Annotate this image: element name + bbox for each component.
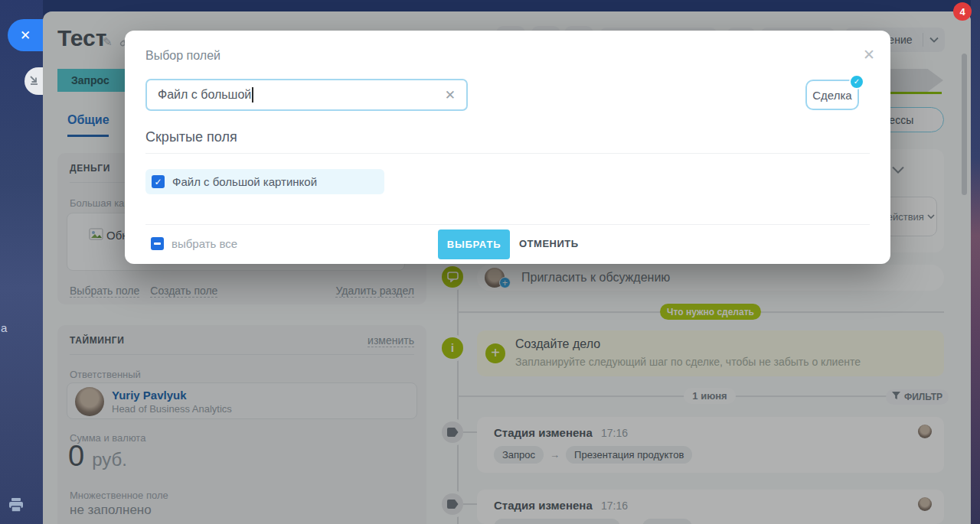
screen: a ⚙ Положение Тест ✎ Запрос Бизнес-проце… [0,0,980,524]
checkbox-checked[interactable]: ✓ [152,175,165,188]
close-icon: ✕ [20,28,31,44]
divider [145,153,870,154]
field-option-label: Файл с большой картинкой [172,175,317,188]
close-icon[interactable]: ✕ [863,46,875,63]
field-search-input[interactable]: Файл с большой ✕ [145,79,468,111]
check-icon: ✓ [849,74,864,90]
desktop-top-strip [0,0,980,11]
hidden-fields-title: Скрытые поля [145,129,237,145]
close-slider-button[interactable]: ✕ [8,19,43,51]
divider [145,224,870,225]
printer-icon[interactable] [8,497,24,516]
modal-title: Выбор полей [145,49,220,63]
text-caret [252,87,253,103]
search-value: Файл с большой [158,88,251,102]
entity-chip-deal[interactable]: Сделка ✓ [805,80,859,110]
desktop-stray-text: a [1,321,7,334]
cancel-button[interactable]: ОТМЕНИТЬ [519,238,579,249]
notification-badge[interactable]: 4 [953,2,972,21]
field-option-row[interactable]: ✓ Файл с большой картинкой [145,169,384,194]
select-all-label: выбрать все [172,237,237,250]
clear-icon[interactable]: ✕ [445,87,456,103]
desktop-right-strip [971,0,980,524]
collapse-icon [29,74,39,88]
checkbox-indeterminate[interactable] [151,237,164,250]
select-all-row[interactable]: выбрать все [151,237,237,250]
select-button[interactable]: ВЫБРАТЬ [438,229,510,259]
entity-chip-label: Сделка [812,89,851,102]
field-picker-modal: Выбор полей ✕ Файл с большой ✕ Сделка ✓ … [125,31,890,264]
